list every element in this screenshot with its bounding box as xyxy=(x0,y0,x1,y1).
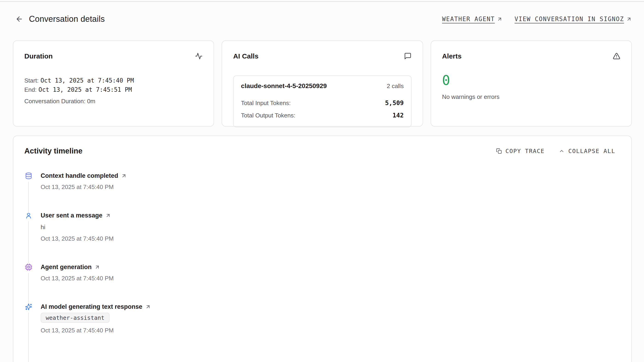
activity-timeline-card: Activity timeline COPY TRACE COLLAPSE AL… xyxy=(13,136,632,362)
alert-triangle-icon xyxy=(613,52,620,61)
timeline-item-body: User sent a message hiOct 13, 2025 at 7:… xyxy=(41,212,114,264)
timeline-icon-column xyxy=(25,212,32,264)
timeline-item-body: Agent generation Oct 13, 2025 at 7:45:40… xyxy=(41,264,114,303)
copy-trace-label: COPY TRACE xyxy=(506,148,545,154)
timeline-item-badge: weather-assistant xyxy=(41,313,110,323)
arrow-up-right-icon xyxy=(497,16,502,22)
output-tokens-row: Total Output Tokens: 142 xyxy=(241,111,404,120)
duration-end-row: End:Oct 13, 2025 at 7:45:51 PM xyxy=(24,85,202,94)
chevron-up-icon xyxy=(559,148,564,154)
timeline-connector xyxy=(28,273,29,303)
timeline-item: AI model generating text response weathe… xyxy=(25,303,620,362)
conversation-details-page: Conversation details WEATHER AGENT VIEW … xyxy=(0,13,644,362)
timeline-icon-column xyxy=(25,264,32,303)
timeline-item-link[interactable]: Agent generation xyxy=(41,264,114,271)
input-tokens-label: Total Input Tokens: xyxy=(241,98,290,108)
back-button[interactable] xyxy=(15,14,24,24)
duration-start-value: Oct 13, 2025 at 7:45:40 PM xyxy=(40,77,134,84)
input-tokens-row: Total Input Tokens: 5,509 xyxy=(241,98,404,108)
model-row: claude-sonnet-4-5-20250929 2 calls xyxy=(241,82,404,90)
header-links: WEATHER AGENT VIEW CONVERSATION IN SIGNO… xyxy=(442,15,632,22)
weather-agent-link-label: WEATHER AGENT xyxy=(442,15,495,22)
duration-card-header: Duration xyxy=(24,52,202,61)
model-name: claude-sonnet-4-5-20250929 xyxy=(241,82,327,90)
timeline-item: Context handle completed Oct 13, 2025 at… xyxy=(25,172,620,212)
timeline-item-title: Context handle completed xyxy=(41,172,118,180)
arrow-up-right-icon xyxy=(105,213,111,218)
timeline-item-timestamp: Oct 13, 2025 at 7:45:40 PM xyxy=(41,327,151,334)
timeline-item-link[interactable]: Context handle completed xyxy=(41,172,127,180)
arrow-up-right-icon xyxy=(121,173,127,179)
summary-cards: Duration Start:Oct 13, 2025 at 7:45:40 P… xyxy=(13,40,632,127)
duration-total-label: Conversation Duration: xyxy=(24,98,86,105)
timeline-item-body: AI model generating text response weathe… xyxy=(41,303,151,362)
timeline-item-title: AI model generating text response xyxy=(41,303,142,310)
duration-rows: Start:Oct 13, 2025 at 7:45:40 PM End:Oct… xyxy=(24,76,202,106)
alerts-count: 0 xyxy=(442,73,620,87)
arrow-up-right-icon xyxy=(145,304,151,310)
arrow-up-right-icon xyxy=(94,264,100,270)
arrow-up-right-icon xyxy=(626,16,632,22)
timeline-connector xyxy=(28,221,29,264)
cpu-icon xyxy=(25,264,32,271)
alerts-card-header: Alerts xyxy=(442,52,620,61)
output-tokens-label: Total Output Tokens: xyxy=(241,111,295,120)
page-title: Conversation details xyxy=(29,14,105,24)
collapse-all-button[interactable]: COLLAPSE ALL xyxy=(559,148,615,154)
timeline-item-timestamp: Oct 13, 2025 at 7:45:40 PM xyxy=(41,235,114,242)
timeline-icon-column xyxy=(25,303,32,362)
top-divider xyxy=(0,1,644,2)
timeline-item-body: Context handle completed Oct 13, 2025 at… xyxy=(41,172,127,212)
output-tokens-value: 142 xyxy=(392,112,404,119)
timeline-item-link[interactable]: AI model generating text response xyxy=(41,303,151,310)
ai-calls-card: AI Calls claude-sonnet-4-5-20250929 2 ca… xyxy=(222,40,423,127)
model-usage-box: claude-sonnet-4-5-20250929 2 calls Total… xyxy=(233,75,411,127)
duration-total-row: Conversation Duration: 0m xyxy=(24,97,202,106)
duration-end-label: End: xyxy=(24,86,37,93)
timeline-item-content: hi xyxy=(41,223,114,231)
user-icon xyxy=(25,212,32,219)
timeline-icon-column xyxy=(25,172,32,212)
duration-total-value: 0m xyxy=(87,98,95,105)
duration-start-label: Start: xyxy=(24,77,38,84)
timeline-title: Activity timeline xyxy=(24,147,82,155)
timeline-connector xyxy=(28,182,29,212)
ai-calls-card-title: AI Calls xyxy=(233,52,258,60)
timeline-item: Agent generation Oct 13, 2025 at 7:45:40… xyxy=(25,264,620,303)
timeline-actions: COPY TRACE COLLAPSE ALL xyxy=(496,148,620,154)
page-header: Conversation details WEATHER AGENT VIEW … xyxy=(13,13,632,25)
timeline-list: Context handle completed Oct 13, 2025 at… xyxy=(24,172,620,362)
view-conversation-link-label: VIEW CONVERSATION IN SIGNOZ xyxy=(514,15,624,22)
database-icon xyxy=(25,172,32,180)
weather-agent-link[interactable]: WEATHER AGENT xyxy=(442,15,503,22)
model-call-count: 2 calls xyxy=(387,83,404,90)
alerts-message: No warnings or errors xyxy=(442,93,620,100)
view-conversation-in-signoz-link[interactable]: VIEW CONVERSATION IN SIGNOZ xyxy=(514,15,632,22)
header-left: Conversation details xyxy=(15,14,105,24)
timeline-header: Activity timeline COPY TRACE COLLAPSE AL… xyxy=(24,147,620,155)
duration-start-row: Start:Oct 13, 2025 at 7:45:40 PM xyxy=(24,76,202,85)
timeline-connector xyxy=(28,313,29,362)
timeline-item-title: User sent a message xyxy=(41,212,102,219)
copy-trace-button[interactable]: COPY TRACE xyxy=(496,148,545,154)
timeline-item: User sent a message hiOct 13, 2025 at 7:… xyxy=(25,212,620,264)
collapse-all-label: COLLAPSE ALL xyxy=(568,148,615,154)
ai-calls-card-header: AI Calls xyxy=(233,52,411,61)
duration-card: Duration Start:Oct 13, 2025 at 7:45:40 P… xyxy=(13,40,214,127)
duration-card-title: Duration xyxy=(24,52,52,60)
duration-end-value: Oct 13, 2025 at 7:45:51 PM xyxy=(38,86,132,93)
input-tokens-value: 5,509 xyxy=(385,99,404,106)
timeline-item-timestamp: Oct 13, 2025 at 7:45:40 PM xyxy=(41,183,127,191)
timeline-item-badge-row: weather-assistant xyxy=(41,313,151,323)
timeline-item-timestamp: Oct 13, 2025 at 7:45:40 PM xyxy=(41,274,114,282)
timeline-item-title: Agent generation xyxy=(41,264,92,271)
message-square-icon xyxy=(404,52,412,61)
sparkles-icon xyxy=(25,303,32,310)
copy-icon xyxy=(496,148,502,154)
activity-icon xyxy=(195,52,202,61)
arrow-left-icon xyxy=(16,15,23,23)
alerts-card: Alerts 0 No warnings or errors xyxy=(431,40,632,127)
timeline-item-link[interactable]: User sent a message xyxy=(41,212,114,219)
alerts-card-title: Alerts xyxy=(442,52,462,60)
